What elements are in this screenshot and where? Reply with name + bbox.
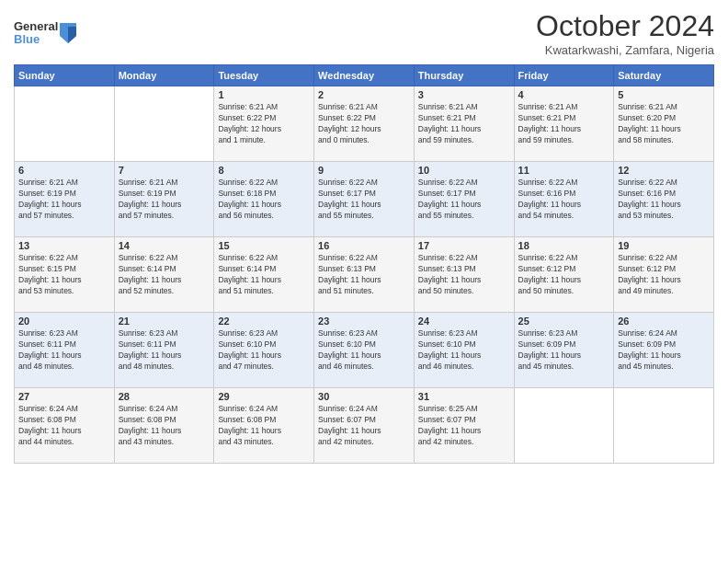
day-number: 2 — [318, 89, 410, 100]
day-cell: 19Sunrise: 6:22 AM Sunset: 6:12 PM Dayli… — [614, 237, 714, 313]
day-number: 27 — [18, 391, 110, 402]
day-info: Sunrise: 6:22 AM Sunset: 6:14 PM Dayligh… — [218, 253, 310, 297]
day-cell: 25Sunrise: 6:23 AM Sunset: 6:09 PM Dayli… — [514, 313, 614, 388]
day-header-wednesday: Wednesday — [314, 65, 415, 86]
day-number: 8 — [218, 165, 310, 176]
day-cell: 17Sunrise: 6:22 AM Sunset: 6:13 PM Dayli… — [414, 237, 514, 313]
week-row-4: 20Sunrise: 6:23 AM Sunset: 6:11 PM Dayli… — [15, 313, 714, 388]
day-number: 3 — [418, 89, 510, 100]
day-info: Sunrise: 6:24 AM Sunset: 6:08 PM Dayligh… — [218, 404, 310, 448]
day-number: 26 — [618, 316, 710, 327]
day-cell: 24Sunrise: 6:23 AM Sunset: 6:10 PM Dayli… — [414, 313, 514, 388]
day-number: 11 — [518, 165, 610, 176]
day-number: 1 — [218, 89, 310, 100]
day-info: Sunrise: 6:21 AM Sunset: 6:21 PM Dayligh… — [418, 102, 510, 146]
day-cell: 21Sunrise: 6:23 AM Sunset: 6:11 PM Dayli… — [114, 313, 214, 388]
day-cell: 16Sunrise: 6:22 AM Sunset: 6:13 PM Dayli… — [314, 237, 415, 313]
days-header-row: SundayMondayTuesdayWednesdayThursdayFrid… — [15, 65, 714, 86]
day-number: 19 — [618, 240, 710, 251]
day-info: Sunrise: 6:22 AM Sunset: 6:14 PM Dayligh… — [119, 253, 210, 297]
svg-marker-1 — [68, 27, 76, 43]
day-number: 30 — [318, 391, 410, 402]
day-number: 13 — [18, 240, 110, 251]
day-number: 7 — [119, 165, 210, 176]
day-cell — [15, 86, 115, 162]
day-header-saturday: Saturday — [614, 65, 714, 86]
day-number: 23 — [318, 316, 410, 327]
day-cell: 18Sunrise: 6:22 AM Sunset: 6:12 PM Dayli… — [514, 237, 614, 313]
day-cell: 28Sunrise: 6:24 AM Sunset: 6:08 PM Dayli… — [114, 388, 214, 464]
day-info: Sunrise: 6:23 AM Sunset: 6:09 PM Dayligh… — [518, 328, 610, 373]
day-cell: 14Sunrise: 6:22 AM Sunset: 6:14 PM Dayli… — [114, 237, 214, 313]
day-cell: 31Sunrise: 6:25 AM Sunset: 6:07 PM Dayli… — [414, 388, 514, 464]
day-info: Sunrise: 6:22 AM Sunset: 6:15 PM Dayligh… — [18, 253, 110, 297]
day-info: Sunrise: 6:24 AM Sunset: 6:09 PM Dayligh… — [618, 328, 710, 373]
day-info: Sunrise: 6:23 AM Sunset: 6:10 PM Dayligh… — [318, 328, 410, 373]
day-cell: 7Sunrise: 6:21 AM Sunset: 6:19 PM Daylig… — [114, 162, 214, 237]
day-info: Sunrise: 6:22 AM Sunset: 6:13 PM Dayligh… — [318, 253, 410, 297]
day-number: 4 — [518, 89, 610, 100]
day-info: Sunrise: 6:24 AM Sunset: 6:08 PM Dayligh… — [18, 404, 110, 448]
day-number: 17 — [418, 240, 510, 251]
day-cell: 9Sunrise: 6:22 AM Sunset: 6:17 PM Daylig… — [314, 162, 415, 237]
day-number: 15 — [218, 240, 310, 251]
page-header: General Blue October 2024 Kwatarkwashi, … — [14, 9, 714, 57]
day-number: 6 — [18, 165, 110, 176]
day-cell: 11Sunrise: 6:22 AM Sunset: 6:16 PM Dayli… — [514, 162, 614, 237]
day-info: Sunrise: 6:21 AM Sunset: 6:19 PM Dayligh… — [119, 178, 210, 222]
day-info: Sunrise: 6:22 AM Sunset: 6:13 PM Dayligh… — [418, 253, 510, 297]
day-number: 22 — [218, 316, 310, 327]
day-cell: 30Sunrise: 6:24 AM Sunset: 6:07 PM Dayli… — [314, 388, 415, 464]
title-block: October 2024 Kwatarkwashi, Zamfara, Nige… — [536, 9, 714, 57]
day-cell: 1Sunrise: 6:21 AM Sunset: 6:22 PM Daylig… — [214, 86, 314, 162]
day-header-monday: Monday — [114, 65, 214, 86]
day-info: Sunrise: 6:22 AM Sunset: 6:17 PM Dayligh… — [418, 178, 510, 222]
day-number: 21 — [119, 316, 210, 327]
day-cell: 29Sunrise: 6:24 AM Sunset: 6:08 PM Dayli… — [214, 388, 314, 464]
day-info: Sunrise: 6:23 AM Sunset: 6:11 PM Dayligh… — [119, 328, 210, 373]
day-number: 28 — [119, 391, 210, 402]
day-header-sunday: Sunday — [15, 65, 115, 86]
day-number: 14 — [119, 240, 210, 251]
day-info: Sunrise: 6:23 AM Sunset: 6:11 PM Dayligh… — [18, 328, 110, 373]
logo-line1: General — [14, 20, 58, 33]
day-cell — [514, 388, 614, 464]
logo-text: General Blue — [14, 20, 58, 47]
day-number: 31 — [418, 391, 510, 402]
day-number: 16 — [318, 240, 410, 251]
day-cell: 20Sunrise: 6:23 AM Sunset: 6:11 PM Dayli… — [15, 313, 115, 388]
day-cell — [114, 86, 214, 162]
day-info: Sunrise: 6:24 AM Sunset: 6:07 PM Dayligh… — [318, 404, 410, 448]
day-info: Sunrise: 6:21 AM Sunset: 6:22 PM Dayligh… — [318, 102, 410, 146]
logo-icon — [60, 23, 76, 43]
day-info: Sunrise: 6:22 AM Sunset: 6:16 PM Dayligh… — [618, 178, 710, 222]
day-number: 12 — [618, 165, 710, 176]
day-number: 5 — [618, 89, 710, 100]
week-row-2: 6Sunrise: 6:21 AM Sunset: 6:19 PM Daylig… — [15, 162, 714, 237]
day-info: Sunrise: 6:21 AM Sunset: 6:19 PM Dayligh… — [18, 178, 110, 222]
day-info: Sunrise: 6:22 AM Sunset: 6:18 PM Dayligh… — [218, 178, 310, 222]
day-cell: 3Sunrise: 6:21 AM Sunset: 6:21 PM Daylig… — [414, 86, 514, 162]
day-info: Sunrise: 6:21 AM Sunset: 6:21 PM Dayligh… — [518, 102, 610, 146]
day-cell: 15Sunrise: 6:22 AM Sunset: 6:14 PM Dayli… — [214, 237, 314, 313]
day-cell — [614, 388, 714, 464]
week-row-1: 1Sunrise: 6:21 AM Sunset: 6:22 PM Daylig… — [15, 86, 714, 162]
location: Kwatarkwashi, Zamfara, Nigeria — [536, 43, 714, 57]
day-cell: 23Sunrise: 6:23 AM Sunset: 6:10 PM Dayli… — [314, 313, 415, 388]
day-cell: 12Sunrise: 6:22 AM Sunset: 6:16 PM Dayli… — [614, 162, 714, 237]
day-cell: 4Sunrise: 6:21 AM Sunset: 6:21 PM Daylig… — [514, 86, 614, 162]
day-number: 20 — [18, 316, 110, 327]
day-info: Sunrise: 6:22 AM Sunset: 6:16 PM Dayligh… — [518, 178, 610, 222]
day-info: Sunrise: 6:21 AM Sunset: 6:20 PM Dayligh… — [618, 102, 710, 146]
day-cell: 6Sunrise: 6:21 AM Sunset: 6:19 PM Daylig… — [15, 162, 115, 237]
day-info: Sunrise: 6:22 AM Sunset: 6:12 PM Dayligh… — [518, 253, 610, 297]
day-number: 24 — [418, 316, 510, 327]
day-cell: 13Sunrise: 6:22 AM Sunset: 6:15 PM Dayli… — [15, 237, 115, 313]
day-cell: 27Sunrise: 6:24 AM Sunset: 6:08 PM Dayli… — [15, 388, 115, 464]
logo-line2: Blue — [14, 33, 58, 46]
week-row-3: 13Sunrise: 6:22 AM Sunset: 6:15 PM Dayli… — [15, 237, 714, 313]
day-number: 9 — [318, 165, 410, 176]
day-info: Sunrise: 6:22 AM Sunset: 6:12 PM Dayligh… — [618, 253, 710, 297]
day-number: 18 — [518, 240, 610, 251]
day-info: Sunrise: 6:23 AM Sunset: 6:10 PM Dayligh… — [218, 328, 310, 373]
